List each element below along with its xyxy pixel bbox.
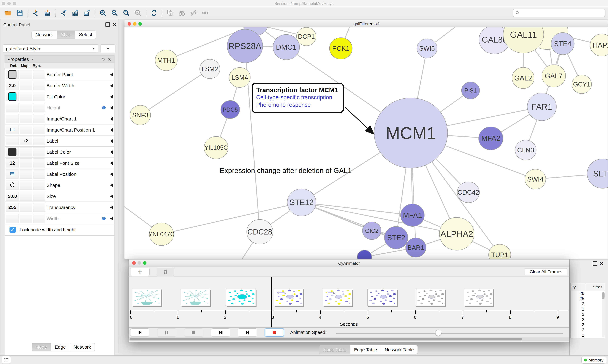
expand-row-icon[interactable] bbox=[110, 106, 113, 110]
bypass-cell[interactable] bbox=[33, 136, 45, 145]
refresh-button[interactable] bbox=[148, 8, 160, 18]
cell-value[interactable]: 26 bbox=[580, 291, 584, 296]
table-row[interactable]: 26 bbox=[571, 291, 605, 296]
table-row[interactable]: 2 bbox=[571, 301, 605, 307]
info-icon[interactable] bbox=[102, 216, 106, 221]
mapping-cell[interactable] bbox=[20, 158, 32, 168]
expand-row-icon[interactable] bbox=[110, 150, 113, 154]
expand-row-icon[interactable] bbox=[110, 172, 113, 176]
table-row[interactable]: 2 bbox=[571, 333, 605, 338]
record-button[interactable] bbox=[265, 328, 284, 337]
bypass-cell[interactable] bbox=[33, 125, 45, 134]
node-PCK1[interactable]: PCK1 bbox=[330, 38, 352, 59]
cell-value[interactable]: 2 bbox=[582, 333, 584, 338]
mapping-cell[interactable] bbox=[20, 103, 32, 112]
frame-thumbnail-3[interactable] bbox=[226, 289, 256, 306]
search-objects-button[interactable] bbox=[176, 8, 188, 18]
default-value-cell[interactable] bbox=[6, 169, 19, 179]
node-CDC28[interactable]: CDC28 bbox=[247, 220, 273, 244]
node-RPS28A[interactable]: RPS28A bbox=[227, 29, 263, 63]
node-DMC1[interactable]: DMC1 bbox=[273, 35, 300, 60]
node-STE2[interactable]: STE2 bbox=[385, 226, 408, 249]
add-frame-button[interactable]: + bbox=[130, 268, 150, 276]
collapse-all-icon[interactable] bbox=[101, 57, 105, 62]
node-GAL11[interactable]: GAL11 bbox=[503, 27, 544, 53]
frame-thumbnail-8[interactable] bbox=[464, 289, 494, 306]
mapping-cell[interactable] bbox=[20, 147, 32, 156]
node-MTH1[interactable]: MTH1 bbox=[155, 50, 177, 71]
mapping-cell[interactable] bbox=[20, 114, 32, 123]
cell-value[interactable]: 2 bbox=[582, 312, 584, 317]
expand-row-icon[interactable] bbox=[110, 117, 113, 121]
default-value-cell[interactable] bbox=[6, 181, 19, 190]
bypass-cell[interactable] bbox=[33, 169, 45, 179]
cyanimator-titlebar[interactable]: CyAnimator bbox=[129, 260, 569, 267]
default-value-cell[interactable] bbox=[6, 136, 19, 145]
node-GAL2[interactable]: GAL2 bbox=[512, 67, 534, 89]
default-value-cell[interactable]: 2.0 bbox=[6, 81, 19, 90]
style-selector[interactable]: galFiltered Style bbox=[3, 44, 98, 53]
show-tasks-button[interactable] bbox=[1, 356, 11, 364]
mapping-cell[interactable] bbox=[20, 136, 32, 145]
node-STE12[interactable]: STE12 bbox=[287, 189, 316, 216]
expand-row-icon[interactable] bbox=[110, 161, 113, 165]
node-PDC5[interactable]: PDC5 bbox=[221, 101, 240, 118]
open-session-button[interactable] bbox=[2, 8, 14, 18]
bypass-cell[interactable] bbox=[33, 158, 45, 168]
node-ALPHA2[interactable]: ALPHA2 bbox=[439, 217, 474, 250]
mapping-cell[interactable] bbox=[20, 81, 32, 90]
show-hidden-button[interactable] bbox=[199, 8, 211, 18]
frame-thumbnail-5[interactable] bbox=[323, 289, 352, 306]
node-LSM2[interactable]: LSM2 bbox=[200, 59, 220, 78]
expand-row-icon[interactable] bbox=[110, 95, 113, 99]
table-row[interactable]: 2 bbox=[571, 317, 605, 322]
mapping-cell[interactable] bbox=[20, 125, 32, 134]
bypass-cell[interactable] bbox=[33, 92, 45, 101]
export-table-button[interactable] bbox=[69, 8, 81, 18]
frame-thumbnail-2[interactable] bbox=[181, 289, 210, 306]
bypass-cell[interactable] bbox=[33, 81, 45, 90]
step-back-button[interactable] bbox=[211, 328, 230, 337]
float-panel-icon[interactable] bbox=[593, 261, 597, 266]
node-YIL105C[interactable]: YIL105C bbox=[204, 136, 228, 159]
node-MFA2[interactable]: MFA2 bbox=[479, 127, 503, 150]
tab-select[interactable]: Select bbox=[75, 30, 96, 39]
bypass-cell[interactable] bbox=[33, 70, 45, 79]
play-button[interactable] bbox=[130, 328, 149, 337]
zoom-in-button[interactable] bbox=[97, 8, 109, 18]
float-panel-icon[interactable] bbox=[105, 22, 110, 27]
cell-value[interactable]: 2 bbox=[582, 322, 584, 327]
table-row[interactable]: 1 bbox=[571, 307, 605, 312]
node-MFA1[interactable]: MFA1 bbox=[401, 204, 424, 226]
zoom-selected-button[interactable] bbox=[132, 8, 144, 18]
default-value-cell[interactable] bbox=[6, 70, 19, 79]
table-row[interactable]: 2 bbox=[571, 327, 605, 333]
tab-edge[interactable]: Edge bbox=[51, 343, 70, 351]
node-SLT2[interactable]: SLT2 bbox=[587, 159, 608, 188]
properties-header[interactable]: Properties bbox=[5, 56, 114, 63]
node-LSM4[interactable]: LSM4 bbox=[229, 67, 250, 87]
tab-style[interactable]: Style bbox=[57, 30, 75, 39]
lock-size-checkbox[interactable]: ✓ bbox=[10, 227, 16, 233]
step-forward-button[interactable] bbox=[238, 328, 257, 337]
node-bluecut[interactable] bbox=[357, 250, 372, 259]
column-header-centrality[interactable]: ity bbox=[572, 285, 576, 289]
node-FAR1[interactable]: FAR1 bbox=[527, 93, 556, 121]
annotation-arrow[interactable] bbox=[345, 107, 373, 134]
search-box[interactable] bbox=[513, 9, 606, 17]
cell-value[interactable]: 2 bbox=[582, 301, 584, 306]
mapping-cell[interactable] bbox=[20, 214, 32, 223]
default-value-cell[interactable] bbox=[6, 114, 19, 123]
pause-button[interactable] bbox=[157, 328, 176, 337]
mapping-cell[interactable] bbox=[20, 169, 32, 179]
import-table-button[interactable] bbox=[42, 8, 53, 18]
bypass-cell[interactable] bbox=[33, 114, 45, 123]
edge-STE12-YNL047C[interactable] bbox=[162, 202, 302, 234]
expand-row-icon[interactable] bbox=[110, 183, 113, 187]
bypass-cell[interactable] bbox=[33, 214, 45, 223]
info-icon[interactable] bbox=[102, 105, 106, 110]
timeline-scrollbar[interactable] bbox=[129, 338, 569, 341]
network-canvas[interactable]: DCP1RPS28ADMC1PCK1SWI5GAL80GAL11STE4HAP2… bbox=[124, 27, 608, 259]
default-value-cell[interactable] bbox=[6, 147, 19, 156]
expand-row-icon[interactable] bbox=[110, 217, 113, 220]
